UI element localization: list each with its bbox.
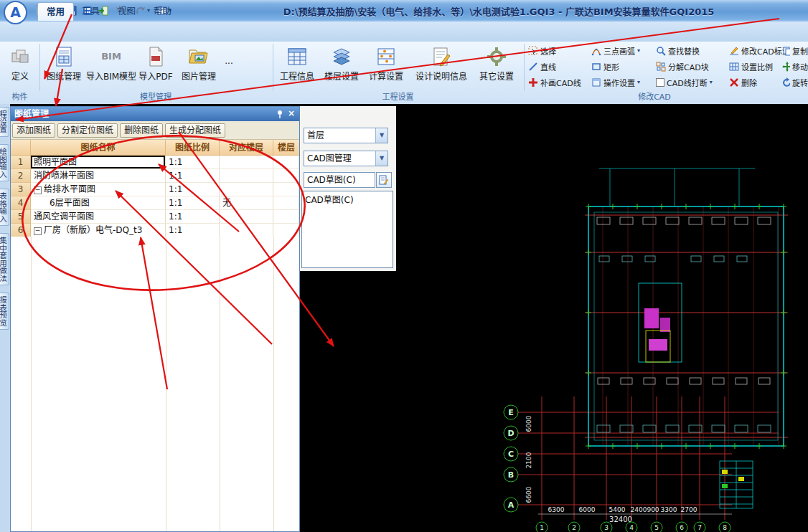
close-icon[interactable]: × [286,107,296,121]
app-logo[interactable]: A [4,1,27,24]
tab-view[interactable]: 视图 [109,2,144,20]
axis-letter: D [507,429,514,438]
select-button[interactable]: 选择 [528,43,590,59]
table-row[interactable]: 2 消防喷淋平面图 1:1 [11,169,299,183]
group-label-project: 工程设置 [274,92,522,103]
tab-common[interactable]: 常用 [37,2,74,21]
header-sheet-scale[interactable]: 图纸比例 [166,140,220,156]
cad-line-break-checkbox[interactable] [656,78,664,87]
cad-sheet-select[interactable]: CAD草图(C) [304,172,375,188]
dim-label: 6600 [525,486,532,503]
axis-number: 8 [723,524,727,531]
cad-sheet-side-panel: 首层 ▼ CAD图管理 ▼ CAD草图(C) CAD草图(C) [300,106,396,271]
model-more-button[interactable]: ··· [222,43,235,90]
sheet-manager-icon [53,46,75,67]
calc-settings-button[interactable]: 计算设置 [365,43,407,90]
mode-tab-draw-input[interactable]: 绘图输入 [0,144,9,181]
picture-folder-icon [188,46,210,67]
sheet-manager-panel: 图纸管理 × 添加图纸 分割定位图纸 删除图纸 生成分配图纸 图纸名称 图纸比例… [10,106,300,532]
collapse-icon[interactable] [34,227,42,235]
table-row[interactable]: 4 6层平面图 1:1 无 [11,196,299,210]
patch-cad-line-button[interactable]: 补画CAD线 [528,75,590,90]
other-settings-button[interactable]: 其它设置 [476,43,517,90]
sheet-edit-icon [379,175,389,185]
ribbon: 定义 构件 图纸管理 BIM 导入BIM模型 导入PDF 图片管理 ··· 模型… [0,42,808,105]
tab-tools[interactable]: 工具 [73,2,108,20]
sheet-manager-button[interactable]: 图纸管理 [42,43,86,90]
mode-tab-project-settings[interactable]: 程设置 [0,107,9,137]
floor-settings-button[interactable]: 楼层设置 [321,43,362,90]
generate-assign-sheet-button[interactable]: 生成分配图纸 [165,123,225,138]
group-label-modify-cad: 修改CAD [525,92,784,103]
panel-title-bar[interactable]: 图纸管理 [11,107,299,121]
pin-icon[interactable] [275,109,285,119]
dim-label: 2100 [525,452,532,468]
header-sheet-name[interactable]: 图纸名称 [31,140,166,156]
mode-tab-report-preview[interactable]: 报表预览 [0,293,9,330]
chevron-down-icon[interactable]: ▼ [375,151,387,166]
arc-dropdown-icon[interactable]: ▾ [637,44,640,58]
define-button[interactable]: 定义 [2,43,38,90]
cad-sheet-list[interactable]: CAD草图(C) [301,191,393,268]
collapse-icon[interactable] [34,186,42,194]
rectangle-icon [591,62,601,72]
split-locate-sheet-button[interactable]: 分割定位图纸 [57,123,118,138]
add-sheet-button[interactable]: 添加图纸 [12,123,55,138]
rotate-button[interactable]: 旋转 [782,75,808,90]
mode-tab-table-input[interactable]: 表格输入 [0,189,9,226]
axis-letter: B [508,470,514,480]
find-replace-button[interactable]: 查找替换 [656,43,728,59]
design-notes-button[interactable]: 设计说明信息 [410,43,473,90]
sheet-name-cell[interactable]: 给排水平面图 [31,183,166,196]
line-button[interactable]: 直线 [528,59,590,75]
copy-button[interactable]: 复制 [782,43,808,59]
operation-settings-button[interactable]: 操作设置 ▾ [591,75,653,90]
modify-dim-icon [729,46,739,56]
dim-label: 2700 [681,506,697,513]
move-button[interactable]: 移动 [782,59,808,75]
axis-number: 4 [629,524,634,531]
sheet-name-cell[interactable]: 6层平面图 [31,196,166,210]
floor-select[interactable]: 首层 ▼ [304,128,388,143]
picture-manager-button[interactable]: 图片管理 [177,43,221,90]
operation-settings-icon [591,77,601,87]
cad-manager-select[interactable]: CAD图管理 ▼ [304,151,388,166]
sheet-edit-button[interactable] [376,172,392,188]
chevron-down-icon[interactable]: ▼ [375,128,387,143]
sheet-name-cell[interactable]: 厂房（新版）电气-DQ_t3 [31,224,166,237]
table-row[interactable]: 3 给排水平面图 1:1 [11,183,299,196]
find-replace-icon [656,46,666,56]
tab-help[interactable]: 帮助 [145,2,180,20]
axis-number: 3 [604,524,609,531]
three-point-arc-button[interactable]: 三点画弧 ▾ [591,43,653,59]
operation-settings-dropdown-icon[interactable]: ▾ [637,75,640,90]
sheet-name-cell[interactable]: 通风空调平面图 [31,210,166,224]
mode-tab-batch-method[interactable]: 集中套用做法 [0,233,9,285]
explode-cad-block-button[interactable]: 分解CAD块 [656,59,728,75]
import-pdf-button[interactable]: 导入PDF [136,43,175,90]
window-title: D:\预结算及抽筋\安装（电气、给排水、等）\水电测试验1.GQI3 - 广联达… [194,4,804,18]
list-item[interactable]: CAD草图(C) [305,193,390,205]
dim-label: 5400 [609,506,626,513]
table-empty-area [11,237,299,531]
table-row[interactable]: 5 通风空调平面图 1:1 [11,210,299,224]
project-info-icon [286,46,308,67]
header-rownum [11,140,31,156]
cad-line-break-dropdown-icon[interactable]: ▾ [710,75,713,90]
import-bim-button[interactable]: BIM 导入BIM模型 [88,43,135,90]
left-mode-strip: 程设置 绘图输入 表格输入 集中套用做法 报表预览 [0,104,10,532]
header-floor[interactable]: 对应楼层 [220,140,273,156]
group-label-model: 模型管理 [41,92,271,103]
axis-number: 2 [572,524,576,531]
table-row[interactable]: 6 厂房（新版）电气-DQ_t3 1:1 [11,224,299,237]
table-row[interactable]: 1 照明平面图 1:1 [11,156,299,169]
rotate-icon [782,77,790,87]
sheet-name-cell[interactable]: 消防喷淋平面图 [31,169,166,183]
rectangle-button[interactable]: 矩形 [591,59,653,75]
project-info-button[interactable]: 工程信息 [276,43,318,90]
header-floor-no[interactable]: 楼层 [273,140,299,156]
panel-toolbar: 添加图纸 分割定位图纸 删除图纸 生成分配图纸 [11,121,299,140]
sheet-name-cell[interactable]: 照明平面图 [31,156,166,169]
delete-sheet-button[interactable]: 删除图纸 [120,123,163,138]
cad-line-break-button[interactable]: CAD线打断 ▾ [656,75,728,90]
